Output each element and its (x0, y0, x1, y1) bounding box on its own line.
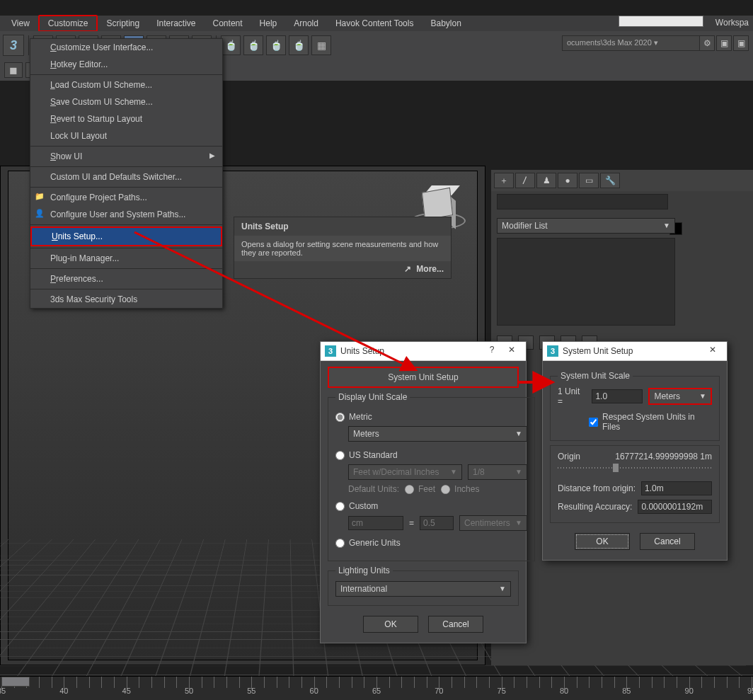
close-icon[interactable]: ✕ (703, 345, 723, 357)
menubar-item-customize[interactable]: Customize (38, 15, 98, 32)
cancel-button[interactable]: Cancel (640, 533, 695, 550)
menu-item[interactable]: Plug-in Manager... (30, 250, 222, 267)
menu-item[interactable]: Show UI▶ (30, 148, 222, 165)
ok-button[interactable]: OK (363, 616, 418, 633)
help-icon[interactable]: ? (482, 345, 502, 357)
menu-item[interactable]: Save Custom UI Scheme... (30, 93, 222, 110)
folder-icon: 📁 (35, 192, 45, 202)
accuracy-label: Resulting Accuracy: (558, 502, 632, 512)
menu-item[interactable]: 📁Configure Project Paths... (30, 189, 222, 206)
modifier-list-dropdown[interactable]: Modifier List ▼ (497, 218, 675, 234)
menubar-item-help[interactable]: Help (251, 16, 286, 30)
menu-item[interactable]: Units Setup... (30, 226, 222, 246)
menu-item[interactable]: Lock UI Layout (30, 127, 222, 144)
lighting-unit-dropdown[interactable]: International ▼ (335, 581, 511, 597)
menubar-item-havok-content-tools[interactable]: Havok Content Tools (327, 16, 423, 30)
teapot-icon[interactable]: 🍵 (243, 35, 263, 55)
tooltip-more-link[interactable]: ↗ More... (234, 261, 451, 278)
menubar-item-scripting[interactable]: Scripting (98, 16, 148, 30)
menu-item[interactable]: Preferences... (30, 270, 222, 287)
respect-checkbox[interactable]: Respect System Units in Files (589, 412, 712, 432)
teapot-icon[interactable]: 🍵 (266, 35, 286, 55)
ruler-tick-label: 40 (59, 687, 68, 695)
menu-item[interactable]: Hotkey Editor... (30, 56, 222, 73)
tooltip-body: Opens a dialog for setting scene measure… (234, 236, 451, 261)
custom-prefix-input[interactable] (348, 516, 403, 530)
custom-value-input[interactable] (420, 516, 454, 530)
project-path-dropdown[interactable]: ocuments\3ds Max 2020 ▾ (562, 35, 703, 51)
modifier-list-label: Modifier List (502, 221, 548, 231)
respect-checkbox-input[interactable] (589, 418, 598, 427)
menubar-item-babylon[interactable]: Babylon (422, 16, 469, 30)
inches-label: Inches (454, 484, 479, 494)
time-ruler[interactable]: 35404550556065707580859095 (0, 676, 753, 700)
us-standard-radio[interactable]: US Standard (335, 450, 527, 460)
menu-item[interactable]: Customize User Interface... (30, 39, 222, 56)
tool-icon[interactable]: ▣ (733, 35, 749, 51)
close-icon[interactable]: ✕ (502, 345, 522, 357)
hierarchy-icon[interactable]: ♟ (536, 173, 556, 188)
menubar-item-content[interactable]: Content (205, 16, 251, 30)
custom-radio[interactable]: Custom (335, 501, 527, 511)
modify-icon[interactable]: 〳 (515, 173, 535, 188)
menu-item[interactable]: 3ds Max Security Tools (30, 291, 222, 308)
system-unit-setup-dialog: 3 System Unit Setup ✕ System Unit Scale … (542, 341, 728, 561)
equals-label: = (409, 518, 414, 528)
modifier-stack[interactable] (497, 238, 675, 326)
tooltip: Units Setup Opens a dialog for setting s… (234, 217, 452, 279)
ruler-tick-label: 50 (185, 687, 193, 695)
system-unit-dropdown[interactable]: Meters ▼ (648, 388, 712, 405)
metric-radio[interactable]: Metric (335, 412, 527, 422)
us-frac-dropdown[interactable]: 1/8 ▼ (468, 464, 527, 480)
toolbar-btn[interactable]: ▦ (311, 35, 331, 55)
display-icon[interactable]: ▭ (579, 173, 599, 188)
origin-slider[interactable] (558, 464, 712, 471)
ruler-tick-label: 35 (0, 687, 6, 695)
feet-radio[interactable]: Feet (405, 484, 435, 494)
teapot-icon[interactable]: 🍵 (289, 35, 309, 55)
menubar-item-interactive[interactable]: Interactive (148, 16, 204, 30)
ruler-tick-label: 95 (747, 687, 753, 695)
app-logo-icon[interactable]: 3 (3, 35, 24, 56)
utilities-icon[interactable]: 🔧 (600, 173, 620, 188)
menu-item[interactable]: Custom UI and Defaults Switcher... (30, 168, 222, 185)
app-logo-icon: 3 (325, 345, 336, 357)
motion-icon[interactable]: ● (558, 173, 577, 188)
us-unit-value: Feet w/Decimal Inches (353, 467, 439, 477)
distance-input[interactable] (641, 481, 712, 495)
ok-button[interactable]: OK (575, 533, 630, 550)
system-unit-scale-legend: System Unit Scale (558, 371, 633, 381)
generic-radio-input[interactable] (335, 539, 345, 548)
menu-item[interactable]: Load Custom UI Scheme... (30, 76, 222, 93)
us-unit-dropdown[interactable]: Feet w/Decimal Inches ▼ (348, 464, 462, 480)
teapot-icon[interactable]: 🍵 (221, 35, 241, 55)
workspace-label[interactable]: Workspa (711, 16, 753, 31)
us-standard-label: US Standard (349, 450, 398, 460)
menu-item[interactable]: 👤Configure User and System Paths... (30, 206, 222, 223)
plus-icon[interactable]: ＋ (494, 173, 514, 188)
default-units-label: Default Units: (348, 484, 399, 494)
chevron-down-icon: ▼ (515, 468, 522, 476)
feet-radio-input (405, 485, 414, 494)
metric-label: Metric (349, 412, 372, 422)
custom-radio-input[interactable] (335, 502, 345, 511)
cancel-button[interactable]: Cancel (428, 616, 483, 633)
metric-unit-dropdown[interactable]: Meters ▼ (348, 426, 527, 442)
gear-icon[interactable]: ⚙ (699, 35, 715, 51)
generic-units-radio[interactable]: Generic Units (335, 538, 527, 548)
one-unit-value-input[interactable] (592, 389, 643, 403)
system-unit-setup-button[interactable]: System Unit Setup (328, 367, 519, 388)
us-standard-radio-input[interactable] (335, 451, 345, 460)
toolbar-btn[interactable]: ◼ (4, 62, 23, 78)
inches-radio[interactable]: Inches (441, 484, 479, 494)
menubar-item-view[interactable]: View (3, 16, 38, 30)
generic-label: Generic Units (349, 538, 401, 548)
menubar-item-arnold[interactable]: Arnold (285, 16, 327, 30)
metric-radio-input[interactable] (335, 413, 345, 422)
ruler-tick-label: 65 (372, 687, 381, 695)
object-name-input[interactable] (497, 194, 668, 210)
tool-icon[interactable]: ▣ (716, 35, 732, 51)
custom-unit-dropdown[interactable]: Centimeters ▼ (459, 515, 527, 531)
time-slider-handle[interactable] (1, 677, 30, 687)
menu-item[interactable]: Revert to Startup Layout (30, 110, 222, 127)
